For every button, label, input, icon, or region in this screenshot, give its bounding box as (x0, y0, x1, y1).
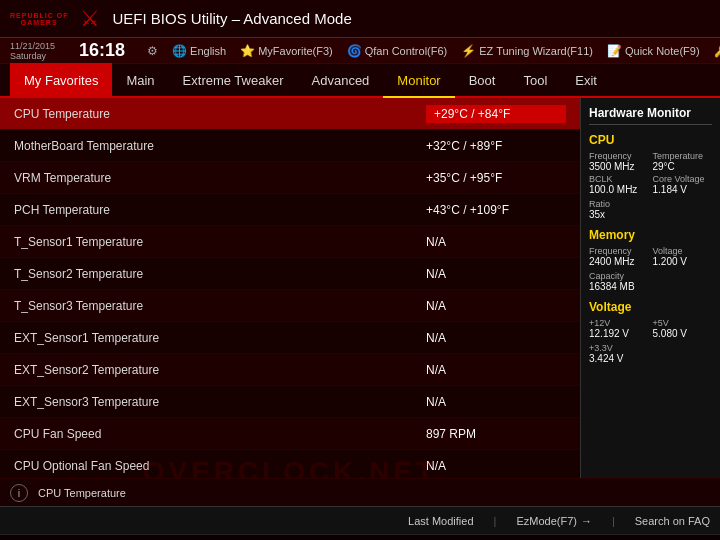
logo: REPUBLIC OF GAMERS (10, 12, 68, 26)
nav-item-advanced[interactable]: Advanced (298, 63, 384, 97)
hw-5v: +5V 5.080 V (653, 318, 713, 339)
hw-mem-grid: Frequency 2400 MHz Voltage 1.200 V (589, 246, 712, 267)
sensor-value: +32°C / +89°F (426, 139, 566, 153)
hw-volt-grid: +12V 12.192 V +5V 5.080 V (589, 318, 712, 339)
ezmode-label: EzMode(F7) (516, 515, 577, 527)
hw-33v: +3.3V 3.424 V (589, 343, 712, 364)
hw-cpu-ratio: Ratio 35x (589, 199, 712, 220)
sensor-row[interactable]: VRM Temperature+35°C / +95°F (0, 162, 580, 194)
sensor-value: N/A (426, 331, 566, 345)
nav-item-exit[interactable]: Exit (561, 63, 611, 97)
divider1: | (494, 515, 497, 527)
status-bar: Last Modified | EzMode(F7) → | Search on… (0, 506, 720, 534)
info-icon[interactable]: i (10, 484, 28, 502)
sensor-name: CPU Optional Fan Speed (14, 459, 426, 473)
hotkey-icon: 🔑 (714, 44, 720, 58)
sensor-panel: CPU Temperature+29°C / +84°FMotherBoard … (0, 98, 580, 478)
sensor-value: N/A (426, 235, 566, 249)
nav-item-boot[interactable]: Boot (455, 63, 510, 97)
sensor-row[interactable]: PCH Temperature+43°C / +109°F (0, 194, 580, 226)
sensor-value: +29°C / +84°F (426, 105, 566, 123)
sensor-value: N/A (426, 299, 566, 313)
last-modified-item[interactable]: Last Modified (408, 515, 473, 527)
nav-item-tool[interactable]: Tool (509, 63, 561, 97)
divider2: | (612, 515, 615, 527)
sensor-row[interactable]: T_Sensor3 TemperatureN/A (0, 290, 580, 322)
sensor-name: CPU Temperature (14, 107, 426, 121)
hw-cpu-section: CPU (589, 133, 712, 147)
sensor-row[interactable]: CPU Fan Speed897 RPM (0, 418, 580, 450)
sensor-row[interactable]: T_Sensor2 TemperatureN/A (0, 258, 580, 290)
nav-item-extremetweaker[interactable]: Extreme Tweaker (169, 63, 298, 97)
sensor-name: T_Sensor2 Temperature (14, 267, 426, 281)
sensor-name: VRM Temperature (14, 171, 426, 185)
hardware-monitor-panel: Hardware Monitor CPU Frequency 3500 MHz … (580, 98, 720, 478)
toolbar-english-label: English (190, 45, 226, 57)
main-content: CPU Temperature+29°C / +84°FMotherBoard … (0, 98, 720, 478)
nav-item-main[interactable]: Main (112, 63, 168, 97)
toolbar-hotkeys[interactable]: 🔑 Hot Keys (714, 44, 720, 58)
sensor-value: +35°C / +95°F (426, 171, 566, 185)
globe-icon: 🌐 (172, 44, 187, 58)
sensor-value: 897 RPM (426, 427, 566, 441)
sensor-name: EXT_Sensor2 Temperature (14, 363, 426, 377)
sensor-row[interactable]: EXT_Sensor1 TemperatureN/A (0, 322, 580, 354)
hw-memory-section: Memory (589, 228, 712, 242)
hw-cpu-temp-label: Temperature 29°C (653, 151, 713, 172)
settings-icon[interactable]: ⚙ (147, 44, 158, 58)
sensor-name: EXT_Sensor3 Temperature (14, 395, 426, 409)
last-modified-label: Last Modified (408, 515, 473, 527)
sensor-value: N/A (426, 267, 566, 281)
nav-bar: My Favorites Main Extreme Tweaker Advanc… (0, 64, 720, 98)
hw-voltage-section: Voltage (589, 300, 712, 314)
sensor-value: N/A (426, 395, 566, 409)
header: REPUBLIC OF GAMERS ⚔ UEFI BIOS Utility –… (0, 0, 720, 38)
sensor-row[interactable]: T_Sensor1 TemperatureN/A (0, 226, 580, 258)
header-title: UEFI BIOS Utility – Advanced Mode (112, 10, 710, 27)
hw-mem-capacity: Capacity 16384 MB (589, 271, 712, 292)
hw-cpu-freq-label: Frequency 3500 MHz (589, 151, 649, 172)
toolbar-quicknote-label: Quick Note(F9) (625, 45, 700, 57)
toolbar-myfavorite-label: MyFavorite(F3) (258, 45, 333, 57)
sensor-value: N/A (426, 459, 566, 473)
sensor-name: EXT_Sensor1 Temperature (14, 331, 426, 345)
logo-line1: REPUBLIC OF (10, 12, 68, 19)
sensor-name: PCH Temperature (14, 203, 426, 217)
search-faq-label: Search on FAQ (635, 515, 710, 527)
fan-icon: 🌀 (347, 44, 362, 58)
toolbar: 11/21/2015 Saturday 16:18 ⚙ 🌐 English ⭐ … (0, 38, 720, 64)
datetime-display: 11/21/2015 Saturday (10, 41, 55, 61)
toolbar-myfavorite[interactable]: ⭐ MyFavorite(F3) (240, 44, 333, 58)
toolbar-eztuning[interactable]: ⚡ EZ Tuning Wizard(F11) (461, 44, 593, 58)
sensor-name: CPU Fan Speed (14, 427, 426, 441)
day: Saturday (10, 51, 55, 61)
hw-cpu-corevolt: Core Voltage 1.184 V (653, 174, 713, 195)
ezmode-icon: → (581, 515, 592, 527)
toolbar-english[interactable]: 🌐 English (172, 44, 226, 58)
logo-line2: GAMERS (21, 19, 58, 26)
rog-icon: ⚔ (80, 6, 100, 32)
sensor-value: N/A (426, 363, 566, 377)
sensor-row[interactable]: EXT_Sensor2 TemperatureN/A (0, 354, 580, 386)
sensor-row[interactable]: MotherBoard Temperature+32°C / +89°F (0, 130, 580, 162)
hw-cpu-grid: Frequency 3500 MHz Temperature 29°C BCLK… (589, 151, 712, 195)
note-icon: 📝 (607, 44, 622, 58)
info-bar: i CPU Temperature (0, 478, 720, 506)
hw-mem-volt: Voltage 1.200 V (653, 246, 713, 267)
toolbar-quicknote[interactable]: 📝 Quick Note(F9) (607, 44, 700, 58)
sensor-row[interactable]: CPU Temperature+29°C / +84°F (0, 98, 580, 130)
search-faq-item[interactable]: Search on FAQ (635, 515, 710, 527)
nav-item-myfavorites[interactable]: My Favorites (10, 63, 112, 97)
favorite-icon: ⭐ (240, 44, 255, 58)
nav-item-monitor[interactable]: Monitor (383, 64, 454, 98)
sensor-row[interactable]: CPU Optional Fan SpeedN/A (0, 450, 580, 478)
hw-monitor-title: Hardware Monitor (589, 106, 712, 125)
toolbar-qfan[interactable]: 🌀 Qfan Control(F6) (347, 44, 448, 58)
ezmode-item[interactable]: EzMode(F7) → (516, 515, 592, 527)
footer: Version 2.17.1246. Copyright (C) 2015 Am… (0, 534, 720, 540)
sensor-name: MotherBoard Temperature (14, 139, 426, 153)
sensor-row[interactable]: EXT_Sensor3 TemperatureN/A (0, 386, 580, 418)
sensor-name: T_Sensor3 Temperature (14, 299, 426, 313)
hw-cpu-bclk: BCLK 100.0 MHz (589, 174, 649, 195)
hw-mem-freq: Frequency 2400 MHz (589, 246, 649, 267)
